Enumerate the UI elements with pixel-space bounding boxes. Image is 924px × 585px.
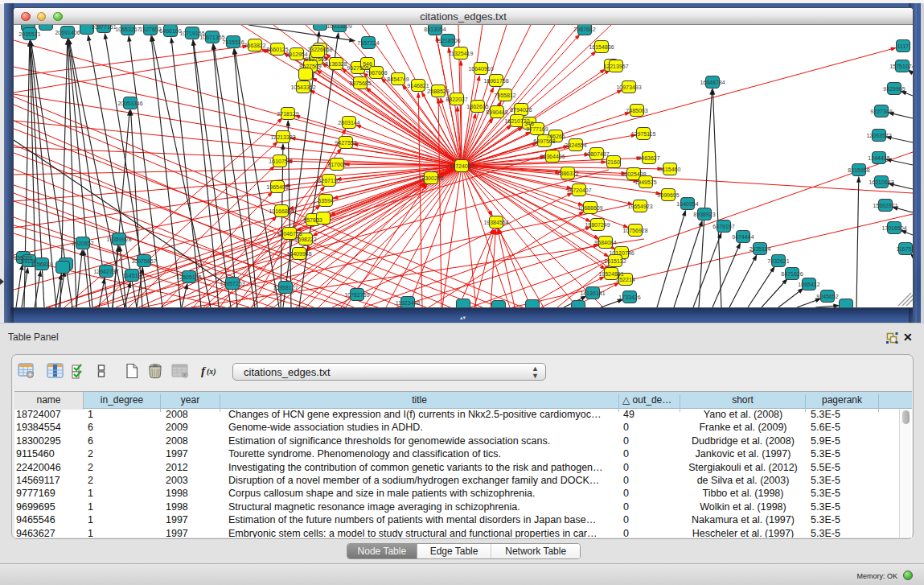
svg-text:9329965: 9329965 [883, 86, 905, 92]
svg-text:12942737: 12942737 [93, 269, 118, 274]
svg-text:345: 345 [524, 121, 534, 126]
svg-text:116753: 116753 [897, 246, 913, 252]
svg-text:12093572: 12093572 [866, 133, 891, 138]
svg-text:7955812: 7955812 [494, 93, 515, 98]
svg-text:10958127: 10958127 [273, 285, 298, 290]
svg-text:16648784: 16648784 [700, 80, 725, 85]
svg-text:9245652: 9245652 [816, 294, 838, 299]
svg-text:2160: 2160 [607, 159, 620, 165]
svg-text:1117: 1117 [897, 43, 910, 49]
svg-text:17359928: 17359928 [106, 237, 131, 242]
svg-text:3824554: 3824554 [565, 142, 586, 148]
svg-text:19524861: 19524861 [598, 271, 623, 277]
svg-text:9584084: 9584084 [594, 240, 616, 245]
svg-text:10977151: 10977151 [91, 25, 116, 30]
svg-text:9463627: 9463627 [638, 155, 659, 161]
svg-text:18807249: 18807249 [585, 222, 610, 228]
svg-text:7485063: 7485063 [626, 108, 647, 113]
svg-text:8454749: 8454749 [387, 76, 409, 82]
svg-text:12213382: 12213382 [270, 134, 295, 140]
svg-text:16640910: 16640910 [468, 66, 493, 72]
svg-text:16409948: 16409948 [286, 251, 311, 257]
svg-text:6497568: 6497568 [533, 138, 555, 144]
svg-text:10671355: 10671355 [199, 35, 224, 40]
svg-text:10756928: 10756928 [622, 228, 647, 233]
svg-text:9527509: 9527509 [299, 64, 321, 69]
svg-text:7632621: 7632621 [767, 258, 789, 264]
svg-text:1156819: 1156819 [31, 262, 53, 267]
svg-text:2020657: 2020657 [72, 241, 93, 246]
svg-text:3267130: 3267130 [318, 178, 339, 183]
svg-text:10807487: 10807487 [584, 151, 609, 157]
svg-text:8471626: 8471626 [781, 271, 803, 277]
svg-text:8990448: 8990448 [486, 109, 507, 115]
svg-text:6479197: 6479197 [713, 224, 734, 229]
svg-text:2718129: 2718129 [277, 111, 298, 117]
svg-text:8215958: 8215958 [848, 167, 869, 173]
svg-text:10653267: 10653267 [115, 27, 140, 32]
svg-text:2035571: 2035571 [18, 31, 40, 37]
svg-text:23226058: 23226058 [307, 47, 332, 52]
svg-text:2087682: 2087682 [573, 27, 595, 32]
svg-text:10688609: 10688609 [577, 205, 602, 211]
svg-text:2967608: 2967608 [365, 70, 387, 76]
svg-text:1065412: 1065412 [798, 282, 819, 287]
svg-text:9698222: 9698222 [294, 237, 316, 242]
svg-text:9427552: 9427552 [335, 140, 356, 146]
svg-text:1527602: 1527602 [139, 27, 161, 32]
svg-text:53594: 53594 [318, 198, 334, 204]
svg-text:9699695: 9699695 [657, 192, 679, 198]
svg-text:11325419: 11325419 [449, 51, 474, 56]
svg-text:16210643: 16210643 [869, 179, 893, 185]
svg-text:18724007: 18724007 [449, 163, 474, 169]
svg-text:19218506: 19218506 [435, 38, 460, 43]
svg-text:10120746: 10120746 [609, 250, 634, 256]
svg-text:857833: 857833 [303, 217, 322, 223]
svg-text:9474444: 9474444 [732, 234, 754, 240]
svg-text:1610755: 1610755 [269, 159, 290, 164]
svg-text:(x): (x) [207, 367, 216, 377]
svg-text:12213957: 12213957 [603, 64, 628, 69]
svg-text:2803144: 2803144 [338, 120, 359, 126]
svg-text:8322037: 8322037 [446, 97, 467, 102]
svg-text:917005: 917005 [327, 162, 346, 167]
svg-text:1640954: 1640954 [676, 201, 698, 207]
svg-text:1949575: 1949575 [634, 179, 656, 185]
svg-text:7386372: 7386372 [556, 171, 578, 176]
svg-text:30975857: 30975857 [131, 258, 156, 264]
svg-text:9146821: 9146821 [407, 83, 429, 89]
svg-text:252214: 252214 [616, 277, 634, 282]
svg-text:9227349: 9227349 [870, 109, 892, 114]
svg-text:1615132: 1615132 [604, 258, 626, 264]
svg-text:8813054: 8813054 [424, 27, 446, 32]
svg-text:9777169: 9777169 [526, 126, 548, 132]
svg-text:20691406: 20691406 [55, 30, 80, 35]
svg-text:10046758: 10046758 [277, 231, 302, 237]
svg-text:8136328: 8136328 [325, 61, 347, 67]
svg-text:17957253: 17957253 [220, 281, 244, 286]
svg-text:12505135: 12505135 [176, 274, 201, 280]
svg-text:10543362: 10543362 [290, 84, 315, 90]
svg-text:1733426: 1733426 [618, 295, 640, 300]
svg-text:16154836: 16154836 [589, 44, 614, 50]
svg-text:20053346: 20053346 [117, 101, 142, 106]
svg-text:18300295: 18300295 [418, 175, 443, 181]
svg-text:2588520: 2588520 [427, 89, 449, 94]
svg-text:19654923: 19654923 [627, 204, 652, 209]
svg-text:12975115: 12975115 [631, 131, 656, 137]
svg-text:15692971: 15692971 [873, 203, 897, 208]
svg-text:9527505: 9527505 [305, 56, 326, 62]
svg-text:1244415: 1244415 [868, 155, 889, 161]
svg-text:114519: 114519 [123, 273, 142, 278]
svg-text:7515516: 7515516 [222, 39, 244, 45]
svg-text:2935114: 2935114 [749, 246, 771, 252]
svg-text:11923448: 11923448 [396, 300, 421, 306]
svg-text:16033809: 16033809 [326, 25, 351, 29]
svg-text:1965498: 1965498 [266, 184, 288, 190]
svg-text:9115460: 9115460 [659, 167, 681, 172]
svg-text:3875685: 3875685 [349, 80, 371, 86]
svg-text:16961758: 16961758 [483, 78, 508, 84]
svg-text:19384554: 19384554 [483, 220, 508, 225]
svg-text:6466160: 6466160 [159, 28, 181, 34]
svg-text:f: f [201, 365, 207, 377]
